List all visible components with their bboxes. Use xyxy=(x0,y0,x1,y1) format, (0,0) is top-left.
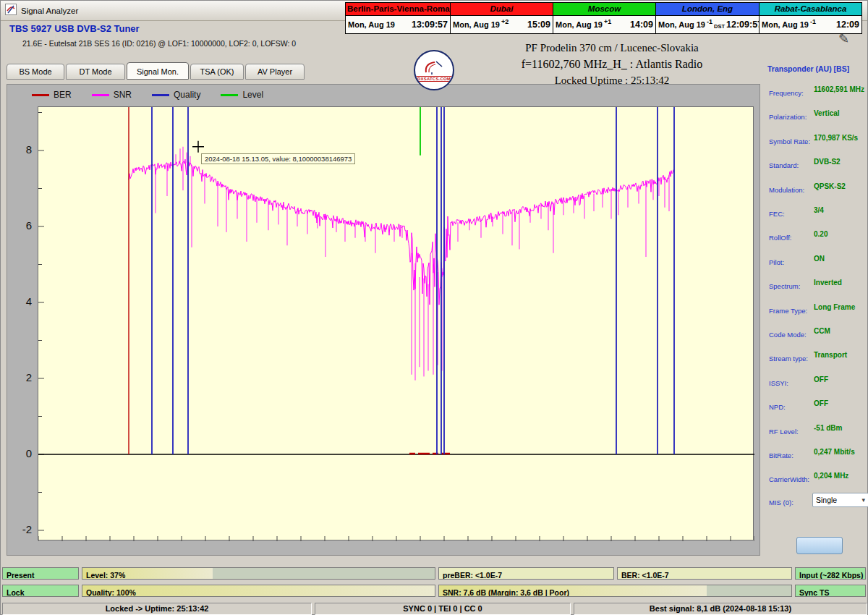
tp-value: OFF xyxy=(814,399,828,407)
tp-label: FEC: xyxy=(769,210,785,218)
tp-label: Polarization: xyxy=(769,113,807,121)
y-axis-label-0: 0 xyxy=(7,447,32,459)
tuner-name: TBS 5927 USB DVB-S2 Tuner xyxy=(9,23,140,34)
signal-chart-panel: BERSNRQualityLevel 86420-2 2024-08-18 15… xyxy=(7,84,760,556)
clock-berlin-paris-vienna-roma: Berlin-Paris-Vienna-RomaMon, Aug 1913:09… xyxy=(345,2,451,34)
clock-dubai: DubaiMon, Aug 19+215:09 xyxy=(450,2,553,34)
status-snr: SNR: 7,6 dB (Margin: 3,6 dB | Poor) xyxy=(438,585,792,597)
tp-row-rolloff: RollOff:0.20 xyxy=(769,230,867,241)
tab-tsa-ok[interactable]: TSA (OK) xyxy=(190,64,244,80)
tp-row-issyi: ISSYI:OFF xyxy=(769,376,867,386)
tp-row-npd: NPD:OFF xyxy=(769,399,867,410)
statusbar-best-signal: Best signal: 8,1 dB (2024-08-18 15:13) xyxy=(574,603,867,615)
status-present: Present xyxy=(2,567,79,580)
status-sync-ts: Sync TS xyxy=(795,585,866,597)
tp-row-frequency: Frequency:11602,591 MHz xyxy=(769,85,867,96)
clock-rabat-casablanca: Rabat-CasablancaMon, Aug 19-112:09 xyxy=(759,2,862,34)
clock-london-eng: London, EngMon, Aug 19-1DST12:09:57 xyxy=(655,2,760,34)
tp-row-carrierwidth: CarrierWidth:0,204 MHz xyxy=(769,472,867,483)
signal-plot[interactable]: 2024-08-18 15.13.05, value: 8,1000003814… xyxy=(38,106,754,540)
tp-row-spectrum: Spectrum:Inverted xyxy=(769,279,867,289)
tp-label: Stream type: xyxy=(769,355,808,362)
panel-button[interactable] xyxy=(796,537,843,554)
tp-row-polarization: Polarization:Vertical xyxy=(769,109,867,120)
tp-value: 0,204 MHz xyxy=(814,472,848,480)
tp-row-modulation: Modulation:QPSK-S2 xyxy=(769,182,867,193)
tp-label: NPD: xyxy=(769,403,786,411)
legend-snr: SNR xyxy=(92,90,132,100)
tp-value: CCM xyxy=(814,327,830,335)
clock-city-label: Moscow xyxy=(553,3,655,16)
legend-swatch-level xyxy=(221,94,238,96)
legend-swatch-quality xyxy=(152,94,169,96)
status-quality: Quality: 100% xyxy=(82,585,435,597)
legend-level: Level xyxy=(221,90,263,100)
tab-signal-mon[interactable]: Signal Mon. xyxy=(127,62,189,80)
y-axis-label-4: 4 xyxy=(7,295,32,308)
tab-bar: BS ModeDT ModeSignal Mon.TSA (OK)AV Play… xyxy=(1,64,341,81)
tp-value: DVB-S2 xyxy=(814,158,841,166)
tp-row-symbol-rate: Symbol Rate:170,987 KS/s xyxy=(769,134,867,145)
mis-select[interactable]: Single ▾ xyxy=(812,493,868,507)
tp-label: RollOff: xyxy=(769,234,792,242)
tp-value: -51 dBm xyxy=(814,424,842,432)
y-axis-label-6: 6 xyxy=(7,219,32,232)
tp-label: ISSYI: xyxy=(769,379,788,387)
satellite-info: 21.6E - Eutelsat 21B SES 16 (ID: 0216) @… xyxy=(22,39,296,48)
legend-swatch-snr xyxy=(92,94,109,96)
mis-label: MIS (0): xyxy=(769,499,793,506)
tp-label: CarrierWidth: xyxy=(769,475,809,483)
clock-city-label: Dubai xyxy=(451,3,553,16)
tp-value: ON xyxy=(814,255,825,263)
tp-label: BitRate: xyxy=(769,451,793,459)
signal-trace-svg xyxy=(38,107,754,541)
tp-value: 0,247 Mbit/s xyxy=(814,448,855,456)
tp-value: 170,987 KS/s xyxy=(814,134,858,142)
tab-bs-mode[interactable]: BS Mode xyxy=(7,64,64,80)
status-preber: preBER: <1.0E-7 xyxy=(438,567,614,580)
app-icon xyxy=(5,4,17,18)
status-lock: Lock xyxy=(2,585,79,597)
tp-row-frame-type: Frame Type:Long Frame xyxy=(769,303,867,314)
clock-moscow: MoscowMon, Aug 19+114:09 xyxy=(553,2,656,34)
world-clocks: Berlin-Paris-Vienna-RomaMon, Aug 1913:09… xyxy=(346,2,862,34)
chart-legend: BERSNRQualityLevel xyxy=(32,88,263,102)
tab-dt-mode[interactable]: DT Mode xyxy=(66,64,125,80)
y-axis-label--2: -2 xyxy=(7,523,32,535)
tp-value: Inverted xyxy=(814,279,842,287)
statusbar-sync-0-tei-0-cc-0: SYNC 0 | TEI 0 | CC 0 xyxy=(315,603,571,615)
frequency-station: f=11602,760 MHz_H_ : Atlantis Radio xyxy=(442,56,782,72)
tp-value: Vertical xyxy=(814,109,840,117)
chart-tooltip: 2024-08-18 15.13.05, value: 8,1000003814… xyxy=(201,153,355,164)
chevron-down-icon: ▾ xyxy=(861,496,865,504)
legend-swatch-ber xyxy=(32,94,49,96)
status-level: Level: 37% xyxy=(82,567,435,580)
tp-label: Code Mode: xyxy=(769,331,807,339)
tab-av-player[interactable]: AV Player xyxy=(245,64,305,80)
legend-ber: BER xyxy=(32,90,72,100)
dish-location: PF Prodelin 370 cm / Lucenec-Slovakia xyxy=(442,40,782,56)
tp-value: OFF xyxy=(814,376,828,383)
transponder-panel: Transponder (AU) [BS] Frequency:11602,59… xyxy=(765,62,868,561)
tp-label: RF Level: xyxy=(769,428,799,436)
signal-analyzer-window: Signal Analyzer Berlin-Paris-Vienna-Roma… xyxy=(0,0,868,615)
tp-value: Transport xyxy=(814,351,847,359)
y-axis-label-2: 2 xyxy=(7,371,32,383)
locked-uptime: Locked Uptime : 25:13:42 xyxy=(442,72,782,88)
clock-time: Mon, Aug 1913:09:57 xyxy=(346,16,450,33)
clock-time: Mon, Aug 19-112:09 xyxy=(760,16,861,33)
logo-text: DXSATCS.COM xyxy=(415,76,453,82)
tp-row-standard: Standard:DVB-S2 xyxy=(769,158,867,169)
statusbar-locked-uptime: Locked -> Uptime: 25:13:42 xyxy=(2,603,312,615)
status-ber: BER: <1.0E-7 xyxy=(617,567,792,580)
clock-time: Mon, Aug 19+114:09 xyxy=(553,16,655,33)
tp-value: 11602,591 MHz xyxy=(814,85,864,93)
tp-label: Frame Type: xyxy=(769,307,807,315)
tp-row-pilot: Pilot:ON xyxy=(769,255,867,266)
window-title: Signal Analyzer xyxy=(21,7,78,15)
tp-row-stream-type: Stream type:Transport xyxy=(769,351,867,362)
clock-city-label: Rabat-Casablanca xyxy=(760,3,861,16)
tp-row-fec: FEC:3/4 xyxy=(769,206,867,217)
legend-quality: Quality xyxy=(152,90,200,100)
status-input-282-kbps: Input (~282 Kbps) xyxy=(795,567,866,580)
